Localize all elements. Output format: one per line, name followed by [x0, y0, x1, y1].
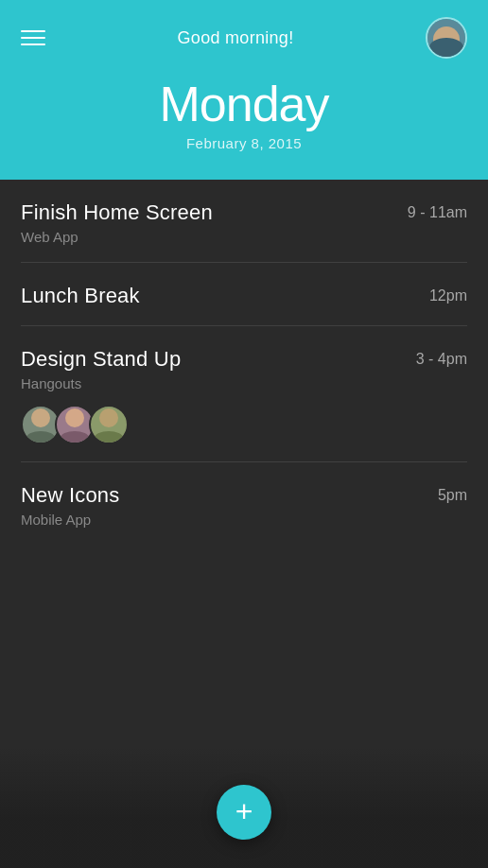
att-body-3	[95, 431, 123, 444]
event-item-design-standup[interactable]: Design Stand Up 3 - 4pm Hangouts	[21, 326, 467, 462]
event-row: Finish Home Screen 9 - 11am	[21, 200, 467, 225]
event-title: Lunch Break	[21, 284, 140, 308]
event-item-finish-home-screen[interactable]: Finish Home Screen 9 - 11am Web App	[21, 180, 467, 263]
avatar-image	[427, 19, 465, 57]
top-bar: Good morning!	[0, 0, 488, 68]
page-container: Good morning! Monday February 8, 2015 Fi…	[0, 0, 488, 868]
avatar[interactable]	[426, 17, 467, 59]
event-subtitle: Web App	[21, 229, 467, 245]
event-item-lunch-break[interactable]: Lunch Break 12pm	[21, 263, 467, 326]
att-wrap-3	[91, 405, 127, 444]
event-subtitle: Mobile App	[21, 512, 467, 528]
attendee-avatar-1	[21, 405, 61, 444]
event-title: New Icons	[21, 483, 120, 508]
att-face-1	[31, 408, 50, 427]
attendee-avatar-3	[89, 405, 129, 444]
event-time: 5pm	[438, 487, 467, 504]
event-time: 3 - 4pm	[416, 351, 467, 368]
avatar-body	[429, 38, 463, 57]
att-wrap-1	[23, 405, 59, 444]
add-event-button[interactable]: +	[217, 785, 271, 840]
attendee-avatar-2	[55, 405, 95, 444]
event-time: 12pm	[429, 287, 467, 304]
att-face-3	[99, 408, 118, 427]
att-face-2	[65, 408, 84, 427]
menu-line-2	[21, 37, 45, 39]
att-body-2	[61, 431, 89, 444]
menu-line-3	[21, 43, 45, 45]
header: Good morning! Monday February 8, 2015	[0, 0, 488, 180]
event-item-new-icons[interactable]: New Icons 5pm Mobile App	[21, 462, 467, 545]
event-row: New Icons 5pm	[21, 483, 467, 508]
menu-line-1	[21, 30, 45, 32]
attendees-list	[21, 405, 467, 444]
greeting-text: Good morning!	[178, 28, 294, 48]
event-title: Design Stand Up	[21, 347, 181, 372]
att-body-1	[26, 431, 55, 444]
menu-button[interactable]	[21, 30, 45, 45]
add-icon: +	[235, 796, 253, 826]
date-section: Monday February 8, 2015	[0, 68, 488, 180]
fab-container: +	[0, 747, 488, 868]
event-row: Design Stand Up 3 - 4pm	[21, 347, 467, 372]
events-list: Finish Home Screen 9 - 11am Web App Lunc…	[0, 180, 488, 545]
att-wrap-2	[57, 405, 93, 444]
date-label: February 8, 2015	[0, 135, 488, 151]
event-time: 9 - 11am	[408, 204, 467, 221]
event-row: Lunch Break 12pm	[21, 284, 467, 308]
event-subtitle: Hangouts	[21, 375, 467, 391]
event-title: Finish Home Screen	[21, 200, 213, 225]
day-name: Monday	[0, 78, 488, 131]
